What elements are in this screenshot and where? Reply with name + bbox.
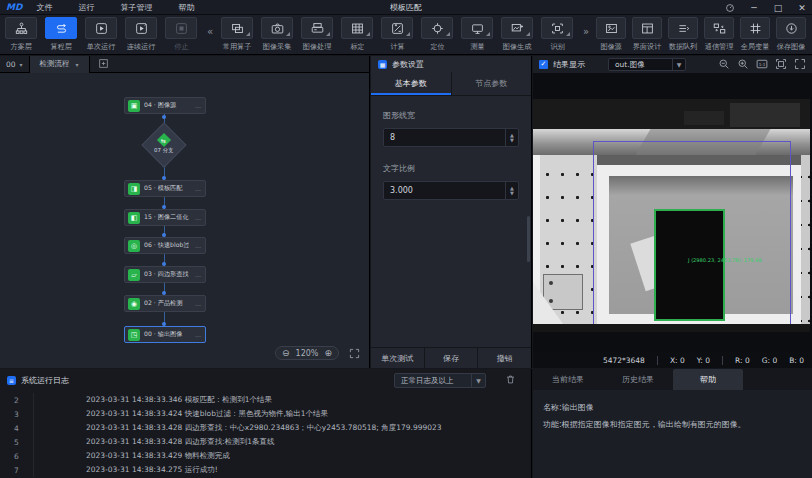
node-more-icon[interactable]: …	[195, 331, 202, 338]
log-row-text: 2023-03-31 14:38:33.346 模板匹配：检测到1个结果	[34, 395, 272, 405]
calibration-icon	[341, 17, 373, 39]
flow-node-02[interactable]: ◉ 02 · 产品检测 …	[124, 295, 206, 312]
pixel-r: R: 0	[735, 356, 750, 365]
close-button[interactable]: ✕	[796, 2, 808, 14]
toolbar-image-process-button[interactable]: 图像处理	[298, 17, 336, 52]
log-row[interactable]: 6 2023-03-31 14:38:33.429 物料检测完成	[0, 449, 531, 463]
cursor-y: Y: 0	[697, 356, 710, 365]
log-row[interactable]: 7 2023-03-31 14:38:34.275 运行成功!	[0, 463, 531, 477]
param-input[interactable]: 3.000 ▲▼	[383, 181, 519, 200]
menu-item-2[interactable]: 算子管理	[120, 2, 152, 13]
image-capture-icon	[261, 17, 293, 39]
toolbar-run-continuous-button[interactable]: 连续运行	[122, 17, 160, 52]
collapse-chevron-icon[interactable]: «	[204, 19, 216, 43]
node-more-icon[interactable]: …	[195, 242, 202, 249]
clear-log-button[interactable]	[505, 374, 516, 387]
flow-node-04[interactable]: ▣ 04 · 图像源 …	[124, 97, 206, 114]
toolbar-scheme-layer-button[interactable]: 方案层	[2, 17, 40, 52]
param-input[interactable]: 8 ▲▼	[383, 128, 519, 147]
pixel-g: G: 0	[762, 356, 778, 365]
help-func-line: 功能:根据指定图像和指定图元，输出绘制有图元的图像。	[543, 416, 802, 433]
flow-index-select[interactable]: 00 ▾	[0, 60, 29, 69]
node-more-icon[interactable]: …	[195, 214, 202, 221]
result-tabs: 当前结果历史结果帮助	[533, 369, 812, 390]
params-tabs: 基本参数节点参数	[371, 72, 531, 96]
chevron-down-icon: ▾	[20, 61, 23, 68]
node-more-icon[interactable]: …	[195, 185, 202, 192]
toolbar-save-image-button[interactable]: 保存图像	[774, 17, 808, 52]
one-to-one-icon[interactable]: 1:1	[756, 58, 768, 72]
toolbar-recognize-button[interactable]: 识别	[538, 17, 576, 52]
toolbar-global-vars-button[interactable]: 全局变量	[738, 17, 772, 52]
result-tab-0[interactable]: 当前结果	[533, 369, 603, 390]
flow-node-03[interactable]: ▱ 03 · 四边形查找 …	[124, 266, 206, 283]
ui-design-icon	[632, 17, 662, 39]
add-flow-button[interactable]	[98, 58, 109, 71]
image-viewer[interactable]: J (2980.23, 2453.78); 179.99	[533, 73, 812, 352]
toolbar-calibration-button[interactable]: 标定	[338, 17, 376, 52]
toolbar-calculate-button[interactable]: 计算	[378, 17, 416, 52]
minimize-button[interactable]: ─	[748, 2, 760, 14]
dashboard-icon[interactable]	[724, 2, 736, 14]
params-button-2[interactable]: 撤销	[477, 348, 531, 368]
result-tab-2[interactable]: 帮助	[673, 369, 743, 390]
toolbar-comm-manage-button[interactable]: 通信管理	[702, 17, 736, 52]
flow-tab[interactable]: 检测流程 ▾	[29, 56, 90, 73]
fullscreen-icon[interactable]	[794, 58, 806, 72]
toolbar-flow-layer-button[interactable]: 算程层	[42, 17, 80, 52]
params-tab-0[interactable]: 基本参数	[371, 72, 451, 95]
flow-node-15[interactable]: ◧ 15 · 图像二值化 …	[124, 209, 206, 226]
zoom-in-icon[interactable]	[737, 58, 749, 72]
params-button-1[interactable]: 保存	[424, 348, 478, 368]
toolbar-locate-button[interactable]: 定位	[418, 17, 456, 52]
log-row[interactable]: 2 2023-03-31 14:38:33.346 模板匹配：检测到1个结果	[0, 393, 531, 407]
toolbar-measure-button[interactable]: 测量	[458, 17, 496, 52]
flow-node-05[interactable]: ◨ 05 · 模板匹配 …	[124, 180, 206, 197]
toolbar-ui-design-button[interactable]: 界面设计	[630, 17, 664, 52]
zoom-in-icon[interactable]: ⊕	[324, 348, 332, 358]
flow-node-00[interactable]: ◳ 00 · 输出图像 …	[124, 326, 206, 343]
toolbar-image-source-button[interactable]: 图像源	[594, 17, 628, 52]
menu-item-1[interactable]: 运行	[78, 2, 94, 13]
flow-node-branch[interactable]: ⇆ 07 分支	[144, 125, 184, 165]
result-tab-1[interactable]: 历史结果	[603, 369, 673, 390]
result-source-dropdown[interactable]: out.图像 ▼	[608, 58, 686, 71]
node-more-icon[interactable]: …	[195, 102, 202, 109]
result-display-checkbox[interactable]: ✓	[539, 60, 548, 69]
node-more-icon[interactable]: …	[195, 271, 202, 278]
stop-icon	[165, 17, 197, 39]
canvas-fit-button[interactable]	[347, 346, 361, 360]
flow-canvas[interactable]: ▣ 04 · 图像源 … ⇆ 07 分支 ◨ 05 · 模板匹配 …	[0, 74, 369, 368]
connector-dot	[162, 115, 166, 119]
toolbar-image-capture-button[interactable]: 图像采集	[258, 17, 296, 52]
zoom-out-icon[interactable]	[718, 58, 730, 72]
log-row[interactable]: 4 2023-03-31 14:38:33.428 四边形查找：中心x2980.…	[0, 421, 531, 435]
log-row-number: 4	[0, 421, 34, 435]
expand-chevron-icon[interactable]: »	[580, 19, 592, 43]
log-row[interactable]: 5 2023-03-31 14:38:33.428 四边形查找:检测到1条直线	[0, 435, 531, 449]
params-tab-1[interactable]: 节点参数	[451, 72, 532, 95]
node-icon: ◨	[128, 183, 140, 195]
flow-node-06[interactable]: ◎ 06 · 快速blob过滤 …	[124, 237, 206, 254]
log-row[interactable]: 3 2023-03-31 14:38:33.424 快速blob过滤：黑色视为物…	[0, 407, 531, 421]
spinner-icon[interactable]: ▲▼	[505, 182, 518, 199]
image-status-bar: 5472*3648 X: 0 Y: 0 R: 0 G: 0 B: 0	[533, 352, 812, 368]
node-more-icon[interactable]: …	[195, 300, 202, 307]
menu-item-3[interactable]: 帮助	[178, 2, 194, 13]
log-header: ≡ 系统运行日志 正常日志及以上 ▼	[0, 369, 531, 392]
toolbar-data-queue-button[interactable]: 数据队列	[666, 17, 700, 52]
spinner-icon[interactable]: ▲▼	[505, 129, 518, 146]
maximize-button[interactable]: □	[772, 2, 784, 14]
log-rows[interactable]: 2 2023-03-31 14:38:33.346 模板匹配：检测到1个结果 3…	[0, 393, 531, 478]
zoom-out-icon[interactable]: ⊖	[282, 348, 290, 358]
params-scrollbar[interactable]	[527, 216, 530, 262]
toolbar-image-generate-button[interactable]: 图像生成	[498, 17, 536, 52]
toolbar-common-operators-button[interactable]: 常用算子	[218, 17, 256, 52]
menu-item-0[interactable]: 文件	[36, 2, 52, 13]
fit-icon[interactable]	[775, 58, 787, 72]
params-button-0[interactable]: 单次测试	[371, 348, 424, 368]
log-level-dropdown[interactable]: 正常日志及以上 ▼	[394, 373, 486, 388]
toolbar-run-once-button[interactable]: 单次运行	[82, 17, 120, 52]
image-source-icon	[596, 17, 626, 39]
toolbar-stop-button[interactable]: 停止	[162, 17, 200, 52]
